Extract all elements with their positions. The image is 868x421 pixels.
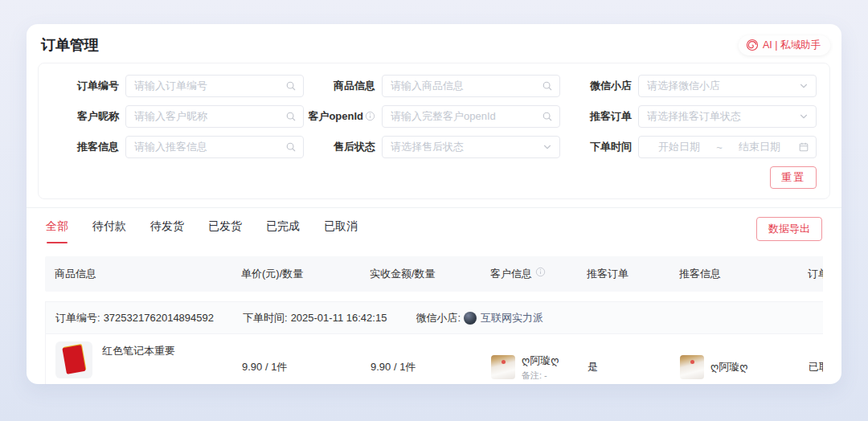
aftersale-label: 售后状态 (308, 140, 375, 154)
tuike-order-placeholder: 请选择推客订单状态 (647, 109, 741, 124)
reset-button[interactable]: 重置 (770, 166, 817, 189)
order-no-input[interactable]: 请输入订单编号 (125, 75, 304, 97)
shop-placeholder: 请选择微信小店 (647, 79, 720, 93)
filter-tuike-order: 推客订单 请选择推客订单状态 (564, 105, 817, 128)
shop-label: 微信小店 (564, 79, 632, 93)
filter-openid: 客户openId 请输入完整客户openId (308, 105, 560, 128)
ai-badge-label: AI | 私域助手 (763, 39, 821, 52)
tab-all[interactable]: 全部 (46, 219, 68, 243)
card-header: 订单管理 AI | 私域助手 (38, 24, 830, 63)
tab-pending-shipment[interactable]: 待发货 (150, 219, 184, 243)
tuike-order-select[interactable]: 请选择推客订单状态 (638, 105, 817, 128)
ai-assistant-badge[interactable]: AI | 私域助手 (739, 35, 830, 55)
filter-panel: 订单编号 请输入订单编号 商品信息 请输入商品信息 微信小店 (38, 63, 830, 199)
customer-avatar (491, 355, 515, 379)
rose-icon (746, 39, 759, 51)
search-icon (285, 80, 297, 92)
product-label: 商品信息 (308, 79, 375, 93)
calendar-icon (798, 141, 809, 153)
col-paid-amount: 实收金额/数量 (370, 267, 490, 281)
order-no-label: 订单编号: (55, 311, 100, 325)
filter-order-no: 订单编号 请输入订单编号 (51, 75, 304, 97)
aftersale-select[interactable]: 请选择售后状态 (382, 136, 560, 158)
customer-remark: 备注: - (522, 370, 559, 382)
tuike-info-cell: ღ阿璇ღ (680, 355, 809, 379)
search-icon (542, 80, 553, 92)
order-group-header: 订单编号: 3725321762014894592 下单时间: 2025-01-… (45, 301, 823, 333)
order-shop-pair: 微信小店: 互联网实力派 (416, 311, 543, 325)
range-separator: ~ (714, 141, 724, 153)
order-no-placeholder: 请输入订单编号 (134, 79, 207, 93)
chevron-down-icon (542, 141, 553, 153)
order-management-card: 订单管理 AI | 私域助手 订单编号 请输入订单编号 (27, 24, 841, 384)
table-header-row: 商品信息 单价(元)/数量 实收金额/数量 客户信息 推客订单 推客信息 订单状… (45, 256, 823, 292)
tuike-order-cell: 是 (588, 360, 680, 374)
shop-logo-icon (464, 312, 477, 325)
order-time-label: 下单时间 (564, 140, 632, 154)
col-unit-price: 单价(元)/数量 (241, 267, 370, 281)
nickname-label: 客户昵称 (51, 109, 119, 124)
tuike-order-label: 推客订单 (564, 109, 632, 124)
shop-label: 微信小店: (416, 311, 461, 325)
col-tuike-info: 推客信息 (679, 267, 808, 281)
start-date-placeholder: 开始日期 (644, 140, 714, 154)
aftersale-placeholder: 请选择售后状态 (391, 140, 464, 154)
col-order-status: 订单状态 (808, 267, 823, 281)
nickname-input[interactable]: 请输入客户昵称 (125, 105, 304, 128)
tabs-section: 全部 待付款 待发货 已发货 已完成 已取消 数据导出 (27, 207, 841, 249)
tuike-info-input[interactable]: 请输入推客信息 (125, 136, 304, 158)
unit-price-cell: 9.90 / 1件 (242, 360, 371, 374)
nickname-placeholder: 请输入客户昵称 (134, 109, 207, 124)
filter-shop: 微信小店 请选择微信小店 (564, 75, 817, 97)
tuike-name: ღ阿璇ღ (710, 360, 747, 374)
chevron-down-icon (798, 80, 809, 92)
tab-shipped[interactable]: 已发货 (208, 219, 242, 243)
filter-tuike-info: 推客信息 请输入推客信息 (51, 136, 304, 158)
filter-row-2: 客户昵称 请输入客户昵称 客户openId 请输入完整客户openId (51, 105, 817, 128)
product-image[interactable] (55, 341, 92, 378)
chevron-down-icon (798, 111, 809, 122)
tuike-avatar (680, 355, 704, 379)
order-time-range-picker[interactable]: 开始日期 ~ 结束日期 (638, 136, 817, 158)
product-name: 红色笔记本重要 (102, 341, 175, 378)
order-status-cell: 已取消 (809, 360, 823, 374)
red-notebook-image (62, 345, 85, 374)
order-no-label: 订单编号 (51, 79, 119, 93)
openid-label: 客户openId (308, 109, 375, 124)
order-time-label: 下单时间: (243, 311, 288, 325)
product-cell: 红色笔记本重要 (46, 334, 242, 378)
search-icon (285, 111, 297, 122)
paid-amount-cell: 9.90 / 1件 (371, 360, 491, 374)
col-customer-info: 客户信息 (490, 267, 587, 281)
data-export-button[interactable]: 数据导出 (756, 217, 822, 241)
tab-completed[interactable]: 已完成 (266, 219, 300, 243)
tab-pending-payment[interactable]: 待付款 (92, 219, 126, 243)
openid-input[interactable]: 请输入完整客户openId (382, 105, 560, 128)
customer-cell: ღ阿璇ღ 备注: - (491, 354, 588, 382)
shop-select[interactable]: 请选择微信小店 (638, 75, 817, 97)
order-no-value: 3725321762014894592 (104, 312, 214, 324)
customer-name: ღ阿璇ღ (522, 354, 559, 368)
product-input[interactable]: 请输入商品信息 (382, 75, 560, 97)
filter-nickname: 客户昵称 请输入客户昵称 (51, 105, 304, 128)
order-time-value: 2025-01-11 16:42:15 (291, 312, 387, 324)
openid-placeholder: 请输入完整客户openId (391, 109, 496, 124)
tab-cancelled[interactable]: 已取消 (324, 219, 358, 243)
order-item-row[interactable]: 红色笔记本重要 9.90 / 1件 9.90 / 1件 ღ阿璇ღ 备注: - 是 (45, 333, 823, 384)
order-time-pair: 下单时间: 2025-01-11 16:42:15 (243, 311, 387, 325)
search-icon (285, 141, 297, 153)
filter-order-time: 下单时间 开始日期 ~ 结束日期 (564, 136, 817, 158)
status-tabs: 全部 待付款 待发货 已发货 已完成 已取消 (46, 217, 358, 243)
info-icon[interactable] (365, 111, 375, 121)
product-placeholder: 请输入商品信息 (391, 79, 464, 93)
reset-row: 重置 (51, 166, 817, 189)
end-date-placeholder: 结束日期 (724, 140, 795, 154)
tuike-info-label: 推客信息 (51, 140, 119, 154)
filter-product: 商品信息 请输入商品信息 (308, 75, 560, 97)
info-icon[interactable] (535, 267, 546, 277)
col-product-info: 商品信息 (45, 267, 241, 281)
filter-aftersale: 售后状态 请选择售后状态 (308, 136, 560, 158)
orders-table: 商品信息 单价(元)/数量 实收金额/数量 客户信息 推客订单 推客信息 订单状… (45, 256, 823, 384)
shop-name: 互联网实力派 (464, 311, 543, 325)
col-tuike-order: 推客订单 (587, 267, 679, 281)
